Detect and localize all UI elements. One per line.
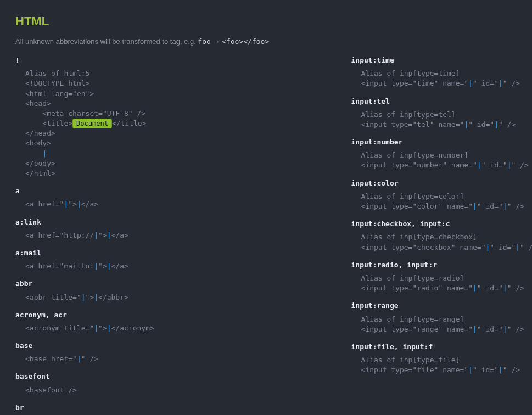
intro-prefix: All unknown abbreviations will be transf… (15, 37, 198, 46)
abbr-label: input:color (351, 178, 517, 188)
intro-text: All unknown abbreviations will be transf… (15, 37, 517, 47)
code-line: <head> (25, 99, 266, 109)
cheat-item: basefont<basefont /> (15, 372, 266, 395)
alias-text: Alias of html:5 (25, 69, 266, 78)
cheat-item: !Alias of html:5<!DOCTYPE html><html lan… (15, 55, 266, 178)
cheat-item: input:radio, input:rAlias of inp[type=ra… (351, 260, 517, 294)
expansion: <input type="color" name="|" id="|" /> (361, 201, 517, 211)
alias-text: Alias of inp[type=number] (361, 150, 517, 160)
code-line: <title>Document</title> (25, 119, 266, 128)
expansion: <abbr title="|">|</abbr> (25, 293, 266, 302)
abbr-label: acronym, acr (15, 310, 266, 320)
abbr-label: input:radio, input:r (351, 260, 517, 270)
code-line: <html lang="en"> (25, 89, 266, 99)
expansion: <a href="http://|">|</a> (25, 231, 266, 240)
abbr-label: input:checkbox, input:c (351, 219, 517, 229)
expansion: <input type="number" name="|" id="|" /> (361, 160, 517, 170)
expansion: <basefont /> (25, 385, 266, 395)
expansion: <input type="range" name="|" id="|" /> (361, 324, 517, 334)
intro-foox: <foo></foo> (222, 37, 269, 46)
cheat-item: input:timeAlias of inp[type=time]<input … (351, 55, 517, 89)
abbr-label: basefont (15, 372, 266, 382)
abbr-label: ! (15, 55, 266, 65)
abbr-label: input:range (351, 301, 517, 311)
intro-foo: foo (198, 37, 210, 46)
abbr-label: br (15, 403, 266, 413)
code-line: <!DOCTYPE html> (25, 78, 266, 88)
abbr-label: input:tel (351, 97, 517, 106)
code-line: </body> (25, 159, 266, 169)
alias-text: Alias of inp[type=file] (361, 355, 517, 365)
cheat-item: input:colorAlias of inp[type=color]<inpu… (351, 178, 517, 212)
expansion: <a href="mailto:|">|</a> (25, 261, 266, 271)
abbr-label: base (15, 341, 266, 351)
placeholder-pill: Document (72, 119, 112, 128)
cheat-item: br (15, 403, 266, 413)
expansion: <input type="tel" name="|" id="|" /> (361, 120, 517, 130)
expansion: <input type="time" name="|" id="|" /> (361, 78, 517, 88)
cheat-item: acronym, acr<acronym title="|">|</acrony… (15, 310, 266, 333)
expansion: <a href="|">|</a> (25, 199, 266, 209)
cheat-item: a<a href="|">|</a> (15, 186, 266, 209)
intro-arrow: → (211, 37, 222, 46)
cheat-item: a:mail<a href="mailto:|">|</a> (15, 248, 266, 271)
cheat-item: base<base href="|" /> (15, 341, 266, 364)
abbr-label: a (15, 186, 266, 196)
cheat-item: abbr<abbr title="|">|</abbr> (15, 279, 266, 302)
cheat-item: input:numberAlias of inp[type=number]<in… (351, 137, 517, 171)
abbr-label: a:link (15, 217, 266, 227)
page-title: HTML (15, 13, 517, 30)
abbr-label: a:mail (15, 248, 266, 258)
abbr-label: input:file, input:f (351, 342, 517, 352)
abbr-label: abbr (15, 279, 266, 289)
expansion: <acronym title="|">|</acronym> (25, 323, 266, 333)
right-column: input:timeAlias of inp[type=time]<input … (266, 55, 517, 415)
cheat-item: a:link<a href="http://|">|</a> (15, 217, 266, 240)
abbr-label: input:number (351, 137, 517, 147)
alias-text: Alias of inp[type=tel] (361, 110, 517, 120)
code-line: | (25, 149, 266, 159)
code-line: <body> (25, 138, 266, 148)
expansion: <input type="file" name="|" id="|" /> (361, 365, 517, 375)
cheat-item: input:telAlias of inp[type=tel]<input ty… (351, 97, 517, 130)
expansion: <input type="radio" name="|" id="|" /> (361, 283, 517, 293)
code-line: </head> (25, 128, 266, 138)
left-column: !Alias of html:5<!DOCTYPE html><html lan… (15, 55, 266, 415)
alias-text: Alias of inp[type=checkbox] (361, 232, 517, 242)
code-line: <meta charset="UTF-8" /> (25, 109, 266, 119)
cheat-item: input:file, input:fAlias of inp[type=fil… (351, 342, 517, 375)
alias-text: Alias of inp[type=time] (361, 69, 517, 78)
alias-text: Alias of inp[type=color] (361, 192, 517, 201)
code-line: </html> (25, 169, 266, 178)
alias-text: Alias of inp[type=radio] (361, 273, 517, 283)
cheat-item: input:checkbox, input:cAlias of inp[type… (351, 219, 517, 253)
expansion: <base href="|" /> (25, 354, 266, 364)
alias-text: Alias of inp[type=range] (361, 315, 517, 324)
cheat-item: input:rangeAlias of inp[type=range]<inpu… (351, 301, 517, 334)
expansion: <input type="checkbox" name="|" id="|" /… (361, 243, 517, 253)
columns: !Alias of html:5<!DOCTYPE html><html lan… (15, 55, 517, 415)
abbr-label: input:time (351, 55, 517, 65)
